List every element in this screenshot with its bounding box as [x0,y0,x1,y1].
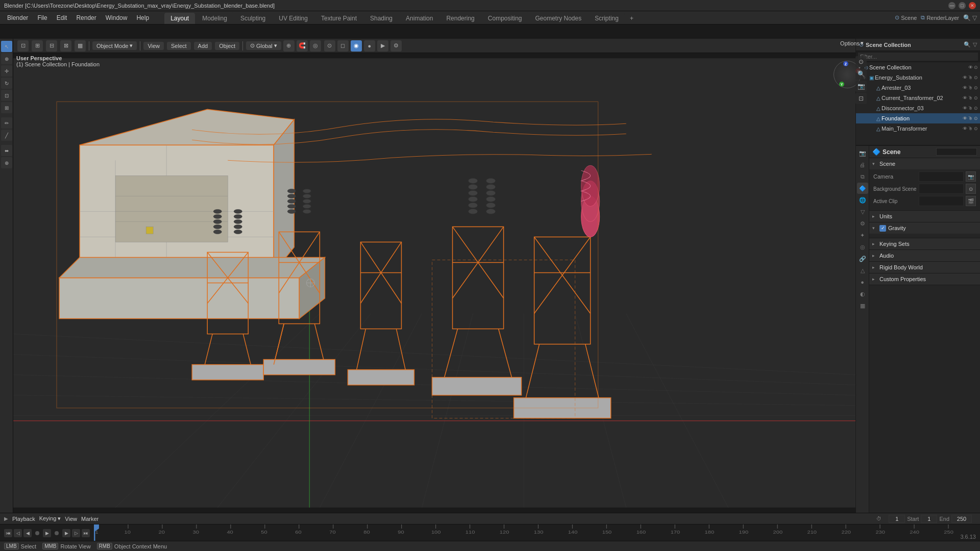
object-mode-dropdown[interactable]: Object Mode ▾ [92,41,137,50]
play-btn[interactable]: ▶ [43,529,51,537]
active-clip-field[interactable] [919,196,964,206]
maximize-button[interactable]: □ [959,2,966,9]
main-viewport[interactable]: User Perspective (1) Scene Collection | … [13,53,856,513]
props-shading-icon[interactable]: ◐ [857,288,868,299]
props-scene-icon[interactable]: 🔷 [857,183,868,194]
measure-tool-btn[interactable]: ⬌ [1,145,12,156]
annotate-tool-btn[interactable]: ✏ [1,117,12,129]
outliner-filter-icon[interactable]: ▽ [973,41,977,48]
props-material-icon[interactable]: ● [857,277,868,288]
transform-orient-icon[interactable]: ⊕ [283,40,295,52]
shading-solid-icon[interactable]: ◉ [351,40,362,52]
camera-view-btn[interactable]: 📷 [855,81,867,92]
zoom-to-fit-btn[interactable]: ⊙ [855,56,867,67]
outliner-scene-root[interactable]: ▾ ⊙ Scene Collection 👁 ⊙ [856,62,980,72]
keying-sets-header[interactable]: ▸ Keying Sets [869,238,980,249]
filter-icon[interactable]: ▽ [972,14,977,21]
prev-keyframe-btn[interactable]: ◁ [14,529,22,537]
props-particle-icon[interactable]: ✦ [857,230,868,241]
shading-render-icon[interactable]: ● [364,40,375,52]
search-icon[interactable]: 🔍 [963,14,971,21]
local-view-btn[interactable]: ⊡ [855,93,867,104]
viewport-icon-3[interactable]: ⊟ [46,40,57,52]
props-world-icon[interactable]: 🌐 [857,194,868,206]
tab-texture-paint[interactable]: Texture Paint [315,13,363,24]
current-frame-input[interactable] [889,515,905,523]
select-menu[interactable]: Select [167,42,191,50]
viewport-icon-1[interactable]: ⊡ [17,40,29,52]
transform-pivot[interactable]: ⊙ Global ▾ [246,41,281,50]
props-physics-icon[interactable]: ◎ [857,241,868,253]
playback-label[interactable]: Playback [12,516,35,522]
options-button[interactable]: Options ▾ [840,40,864,46]
settings-icon[interactable]: ⚙ [390,40,402,52]
scene-viewport-svg[interactable] [13,53,856,513]
rotate-tool-btn[interactable]: ↻ [1,78,12,89]
props-render-icon[interactable]: 📷 [857,147,868,159]
tab-geometry-nodes[interactable]: Geometry Nodes [529,13,588,24]
tab-rendering[interactable]: Rendering [440,13,480,24]
end-frame-input[interactable] [951,515,972,523]
tab-animation[interactable]: Animation [400,13,439,24]
background-scene-field[interactable] [919,184,964,194]
tab-layout[interactable]: Layout [164,13,195,24]
gizmo-z-axis[interactable]: Z [843,61,848,66]
zoom-in-btn[interactable]: 🔍 [855,68,867,80]
viewport-icon-5[interactable]: ▦ [75,40,86,52]
gizmo-y-axis[interactable]: Y [839,82,844,87]
view-menu[interactable]: View [143,42,164,50]
outliner-search-input[interactable] [858,53,978,61]
outliner-search-icon[interactable]: 🔍 [964,41,971,48]
object-menu[interactable]: Object [215,42,239,50]
props-view-layer-icon[interactable]: ⧉ [857,171,868,182]
proportional-icon[interactable]: ◎ [310,40,321,52]
minimize-button[interactable]: — [948,2,955,9]
jump-to-end-btn[interactable]: ⏭ [82,529,90,537]
props-data-icon[interactable]: △ [857,265,868,276]
tab-shading[interactable]: Shading [364,13,399,24]
gravity-section-header[interactable]: ▾ ✓ Gravity [869,222,980,234]
outliner-disconnector-03[interactable]: △ Disconnector_03 👁 🖱 ⊙ [856,103,980,113]
shading-wire-icon[interactable]: ◻ [337,40,349,52]
props-output-icon[interactable]: 🖨 [857,159,868,170]
outliner-arrester-03[interactable]: △ Arrester_03 👁 🖱 ⊙ [856,83,980,93]
keying-dropdown[interactable]: Keying ▾ [39,515,61,522]
add-object-btn[interactable]: ⊕ [1,157,12,168]
scale-tool-btn[interactable]: ⊡ [1,90,12,101]
next-keyframe-btn[interactable]: ▷ [72,529,80,537]
prev-frame-btn[interactable]: ◀ [23,529,32,537]
close-button[interactable]: ✕ [969,2,976,9]
background-scene-btn[interactable]: ⊙ [966,184,976,194]
props-texture-icon[interactable]: ▦ [857,300,868,311]
active-clip-btn[interactable]: 🎬 [966,196,976,206]
tab-add-button[interactable]: + [626,13,638,24]
menu-window[interactable]: Window [102,13,132,22]
timeline-ruler[interactable]: 1 10 20 30 40 50 60 70 8 [94,524,980,541]
viewport-icon-4[interactable]: ⊠ [60,40,71,52]
props-constraint-icon[interactable]: 🔗 [857,253,868,264]
shading-eevee-icon[interactable]: ▶ [377,40,388,52]
next-frame-btn[interactable]: ▶ [62,529,70,537]
tab-scripting[interactable]: Scripting [589,13,625,24]
outliner-energy-substation[interactable]: ▾ ▣ Energy_Substation 👁 🖱 ⊙ [856,72,980,83]
gravity-checkbox[interactable]: ✓ [879,225,886,232]
props-object-icon[interactable]: ▽ [857,206,868,217]
menu-render[interactable]: Render [72,13,100,22]
start-frame-input[interactable] [921,515,937,523]
camera-field[interactable] [919,171,964,182]
props-modifier-icon[interactable]: ⚙ [857,218,868,229]
outliner-foundation[interactable]: △ Foundation 👁 🖱 ⊙ [856,113,980,123]
scene-section-header[interactable]: ▾ Scene [869,158,980,169]
menu-help[interactable]: Help [132,13,153,22]
units-section-header[interactable]: ▸ Units [869,211,980,222]
camera-dropper-btn[interactable]: 📷 [966,171,976,182]
transform-tool-btn[interactable]: ⊞ [1,102,12,113]
select-tool-btn[interactable]: ↖ [1,41,12,52]
menu-file[interactable]: File [33,13,51,22]
add-menu[interactable]: Add [194,42,212,50]
move-tool-btn[interactable]: ✛ [1,65,12,77]
snap-icon[interactable]: 🧲 [297,40,308,52]
menu-blender[interactable]: Blender [3,13,32,22]
marker-menu-tl[interactable]: Marker [81,516,99,522]
viewport-icon-2[interactable]: ⊞ [32,40,43,52]
